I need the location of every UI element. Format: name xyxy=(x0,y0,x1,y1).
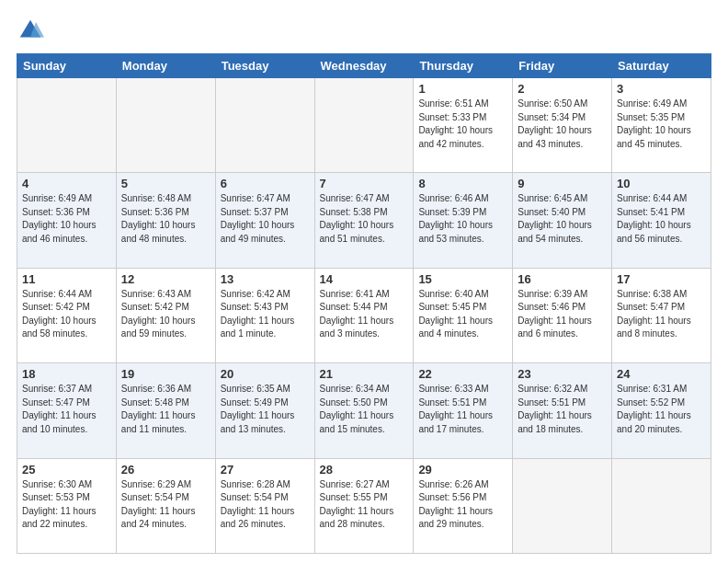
calendar-cell: 27Sunrise: 6:28 AMSunset: 5:54 PMDayligh… xyxy=(215,458,314,553)
sun-info: Sunrise: 6:49 AMSunset: 5:36 PMDaylight:… xyxy=(22,192,111,246)
calendar-cell: 10Sunrise: 6:44 AMSunset: 5:41 PMDayligh… xyxy=(612,173,711,268)
calendar-cell xyxy=(513,458,612,553)
calendar-cell: 18Sunrise: 6:37 AMSunset: 5:47 PMDayligh… xyxy=(17,363,117,458)
day-number: 25 xyxy=(22,463,111,477)
calendar-cell: 9Sunrise: 6:45 AMSunset: 5:40 PMDaylight… xyxy=(513,173,612,268)
day-number: 26 xyxy=(121,463,210,477)
day-number: 6 xyxy=(221,177,310,190)
day-number: 4 xyxy=(22,177,111,190)
sun-info: Sunrise: 6:38 AMSunset: 5:47 PMDaylight:… xyxy=(617,288,706,341)
sun-info: Sunrise: 6:47 AMSunset: 5:37 PMDaylight:… xyxy=(221,192,310,246)
page: SundayMondayTuesdayWednesdayThursdayFrid… xyxy=(0,0,728,563)
sun-info: Sunrise: 6:27 AMSunset: 5:55 PMDaylight:… xyxy=(320,478,409,532)
day-number: 17 xyxy=(617,272,706,286)
calendar-cell: 7Sunrise: 6:47 AMSunset: 5:38 PMDaylight… xyxy=(314,173,414,268)
day-number: 18 xyxy=(22,367,111,381)
calendar-cell xyxy=(314,78,414,173)
calendar-cell: 20Sunrise: 6:35 AMSunset: 5:49 PMDayligh… xyxy=(215,363,314,458)
calendar-cell xyxy=(612,458,711,553)
day-number: 21 xyxy=(320,367,409,381)
day-number: 23 xyxy=(518,367,607,381)
sun-info: Sunrise: 6:37 AMSunset: 5:47 PMDaylight:… xyxy=(22,383,111,436)
day-number: 13 xyxy=(221,272,310,286)
calendar-cell xyxy=(17,78,117,173)
day-number: 8 xyxy=(418,177,507,190)
sun-info: Sunrise: 6:47 AMSunset: 5:38 PMDaylight:… xyxy=(320,192,409,246)
day-number: 29 xyxy=(418,463,507,477)
weekday-header-sunday: Sunday xyxy=(17,54,117,78)
sun-info: Sunrise: 6:35 AMSunset: 5:49 PMDaylight:… xyxy=(221,383,310,436)
calendar-cell: 29Sunrise: 6:26 AMSunset: 5:56 PMDayligh… xyxy=(414,458,513,553)
sun-info: Sunrise: 6:50 AMSunset: 5:34 PMDaylight:… xyxy=(518,98,607,151)
calendar-cell: 4Sunrise: 6:49 AMSunset: 5:36 PMDaylight… xyxy=(17,173,117,268)
day-number: 5 xyxy=(121,177,210,190)
day-number: 24 xyxy=(617,367,706,381)
calendar-cell: 24Sunrise: 6:31 AMSunset: 5:52 PMDayligh… xyxy=(612,363,711,458)
calendar-cell: 26Sunrise: 6:29 AMSunset: 5:54 PMDayligh… xyxy=(116,458,215,553)
sun-info: Sunrise: 6:34 AMSunset: 5:50 PMDaylight:… xyxy=(320,383,409,436)
sun-info: Sunrise: 6:48 AMSunset: 5:36 PMDaylight:… xyxy=(121,192,210,246)
calendar-week-row: 1Sunrise: 6:51 AMSunset: 5:33 PMDaylight… xyxy=(17,78,711,173)
logo xyxy=(17,17,48,44)
calendar-week-row: 11Sunrise: 6:44 AMSunset: 5:42 PMDayligh… xyxy=(17,268,711,362)
sun-info: Sunrise: 6:41 AMSunset: 5:44 PMDaylight:… xyxy=(320,288,409,341)
calendar-cell xyxy=(116,78,215,173)
weekday-header-wednesday: Wednesday xyxy=(314,54,414,78)
calendar-cell: 17Sunrise: 6:38 AMSunset: 5:47 PMDayligh… xyxy=(612,268,711,362)
calendar-week-row: 18Sunrise: 6:37 AMSunset: 5:47 PMDayligh… xyxy=(17,363,711,458)
calendar-cell: 19Sunrise: 6:36 AMSunset: 5:48 PMDayligh… xyxy=(116,363,215,458)
day-number: 15 xyxy=(418,272,507,286)
sun-info: Sunrise: 6:32 AMSunset: 5:51 PMDaylight:… xyxy=(518,383,607,436)
weekday-header-row: SundayMondayTuesdayWednesdayThursdayFrid… xyxy=(17,54,711,78)
sun-info: Sunrise: 6:26 AMSunset: 5:56 PMDaylight:… xyxy=(418,478,507,532)
calendar-cell: 22Sunrise: 6:33 AMSunset: 5:51 PMDayligh… xyxy=(414,363,513,458)
day-number: 7 xyxy=(320,177,409,190)
calendar-cell: 21Sunrise: 6:34 AMSunset: 5:50 PMDayligh… xyxy=(314,363,414,458)
sun-info: Sunrise: 6:30 AMSunset: 5:53 PMDaylight:… xyxy=(22,478,111,532)
calendar-cell xyxy=(215,78,314,173)
day-number: 10 xyxy=(617,177,706,190)
sun-info: Sunrise: 6:44 AMSunset: 5:41 PMDaylight:… xyxy=(617,192,706,246)
weekday-header-saturday: Saturday xyxy=(612,54,711,78)
logo-icon xyxy=(17,17,44,44)
weekday-header-monday: Monday xyxy=(116,54,215,78)
sun-info: Sunrise: 6:44 AMSunset: 5:42 PMDaylight:… xyxy=(22,288,111,341)
calendar-week-row: 25Sunrise: 6:30 AMSunset: 5:53 PMDayligh… xyxy=(17,458,711,553)
day-number: 27 xyxy=(221,463,310,477)
calendar-cell: 25Sunrise: 6:30 AMSunset: 5:53 PMDayligh… xyxy=(17,458,117,553)
calendar-cell: 15Sunrise: 6:40 AMSunset: 5:45 PMDayligh… xyxy=(414,268,513,362)
day-number: 2 xyxy=(518,82,607,96)
sun-info: Sunrise: 6:49 AMSunset: 5:35 PMDaylight:… xyxy=(617,98,706,151)
calendar-cell: 23Sunrise: 6:32 AMSunset: 5:51 PMDayligh… xyxy=(513,363,612,458)
sun-info: Sunrise: 6:45 AMSunset: 5:40 PMDaylight:… xyxy=(518,192,607,246)
calendar-cell: 13Sunrise: 6:42 AMSunset: 5:43 PMDayligh… xyxy=(215,268,314,362)
calendar-table: SundayMondayTuesdayWednesdayThursdayFrid… xyxy=(17,53,711,554)
sun-info: Sunrise: 6:28 AMSunset: 5:54 PMDaylight:… xyxy=(221,478,310,532)
day-number: 9 xyxy=(518,177,607,190)
sun-info: Sunrise: 6:46 AMSunset: 5:39 PMDaylight:… xyxy=(418,192,507,246)
day-number: 1 xyxy=(418,82,507,96)
day-number: 11 xyxy=(22,272,111,286)
day-number: 19 xyxy=(121,367,210,381)
sun-info: Sunrise: 6:29 AMSunset: 5:54 PMDaylight:… xyxy=(121,478,210,532)
sun-info: Sunrise: 6:36 AMSunset: 5:48 PMDaylight:… xyxy=(121,383,210,436)
day-number: 28 xyxy=(320,463,409,477)
calendar-cell: 12Sunrise: 6:43 AMSunset: 5:42 PMDayligh… xyxy=(116,268,215,362)
sun-info: Sunrise: 6:31 AMSunset: 5:52 PMDaylight:… xyxy=(617,383,706,436)
sun-info: Sunrise: 6:33 AMSunset: 5:51 PMDaylight:… xyxy=(418,383,507,436)
calendar-cell: 16Sunrise: 6:39 AMSunset: 5:46 PMDayligh… xyxy=(513,268,612,362)
calendar-cell: 3Sunrise: 6:49 AMSunset: 5:35 PMDaylight… xyxy=(612,78,711,173)
weekday-header-tuesday: Tuesday xyxy=(215,54,314,78)
day-number: 14 xyxy=(320,272,409,286)
calendar-cell: 2Sunrise: 6:50 AMSunset: 5:34 PMDaylight… xyxy=(513,78,612,173)
calendar-cell: 1Sunrise: 6:51 AMSunset: 5:33 PMDaylight… xyxy=(414,78,513,173)
sun-info: Sunrise: 6:43 AMSunset: 5:42 PMDaylight:… xyxy=(121,288,210,341)
day-number: 16 xyxy=(518,272,607,286)
sun-info: Sunrise: 6:51 AMSunset: 5:33 PMDaylight:… xyxy=(418,98,507,151)
sun-info: Sunrise: 6:39 AMSunset: 5:46 PMDaylight:… xyxy=(518,288,607,341)
calendar-week-row: 4Sunrise: 6:49 AMSunset: 5:36 PMDaylight… xyxy=(17,173,711,268)
header xyxy=(17,17,711,44)
day-number: 3 xyxy=(617,82,706,96)
calendar-cell: 11Sunrise: 6:44 AMSunset: 5:42 PMDayligh… xyxy=(17,268,117,362)
calendar-cell: 14Sunrise: 6:41 AMSunset: 5:44 PMDayligh… xyxy=(314,268,414,362)
